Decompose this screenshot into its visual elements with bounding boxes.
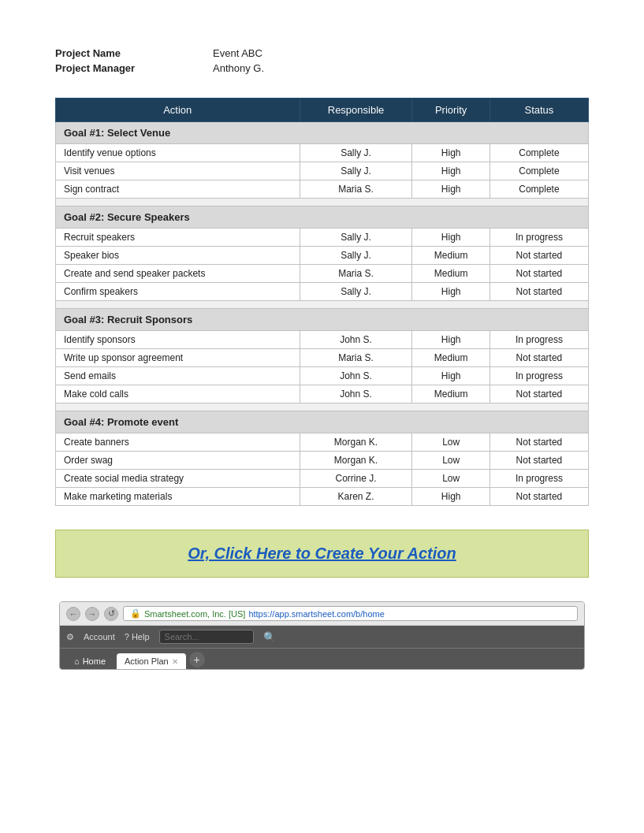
cell-status: Not started	[490, 247, 588, 265]
cell-status: Not started	[490, 452, 588, 470]
cell-responsible: Karen Z.	[300, 488, 412, 506]
project-name-row: Project Name Event ABC	[55, 47, 589, 59]
search-icon[interactable]: 🔍	[263, 631, 276, 643]
tab-home[interactable]: Home	[66, 653, 114, 669]
cell-status: Not started	[490, 283, 588, 301]
cell-responsible: Maria S.	[300, 265, 412, 283]
col-header-action: Action	[56, 99, 300, 122]
tab-new-button[interactable]: +	[189, 652, 205, 668]
forward-button[interactable]: →	[85, 607, 99, 621]
table-row: Make marketing materialsKaren Z.HighNot …	[56, 488, 589, 506]
url-company: Smartsheet.com, Inc. [US]	[144, 609, 245, 619]
cell-status: Not started	[490, 349, 588, 367]
table-row: Create and send speaker packetsMaria S.M…	[56, 265, 589, 283]
cell-priority: Medium	[412, 385, 490, 403]
goal-row-2: Goal #2: Secure Speakers	[56, 206, 589, 229]
cell-status: In progress	[490, 229, 588, 247]
ssl-icon	[130, 608, 141, 619]
browser-toolbar: Account ? Help 🔍	[60, 626, 584, 648]
cell-action: Create and send speaker packets	[56, 265, 300, 283]
table-row: Speaker biosSally J.MediumNot started	[56, 247, 589, 265]
table-row: Order swagMorgan K.LowNot started	[56, 452, 589, 470]
cell-priority: High	[412, 488, 490, 506]
cell-responsible: Sally J.	[300, 247, 412, 265]
tab-home-label: Home	[83, 656, 106, 666]
cell-status: Complete	[490, 180, 588, 199]
cell-status: In progress	[490, 367, 588, 385]
tab-close-icon[interactable]: ✕	[172, 657, 178, 666]
cell-priority: Low	[412, 452, 490, 470]
cell-priority: High	[412, 180, 490, 199]
cell-responsible: John S.	[300, 331, 412, 349]
cell-responsible: Maria S.	[300, 349, 412, 367]
cta-link[interactable]: Or, Click Here to Create Your Action	[188, 545, 456, 562]
search-input[interactable]	[159, 630, 254, 644]
spacer-row	[56, 301, 589, 309]
table-row: Write up sponsor agreementMaria S.Medium…	[56, 349, 589, 367]
refresh-button[interactable]: ↺	[104, 607, 118, 621]
cell-action: Identify sponsors	[56, 331, 300, 349]
cell-action: Create social media strategy	[56, 470, 300, 488]
goal-row-3: Goal #3: Recruit Sponsors	[56, 309, 589, 331]
action-table: Action Responsible Priority Status Goal …	[55, 98, 589, 506]
cell-priority: High	[412, 229, 490, 247]
cell-priority: Medium	[412, 247, 490, 265]
cell-responsible: Sally J.	[300, 229, 412, 247]
url-bar[interactable]: Smartsheet.com, Inc. [US] https://app.sm…	[123, 606, 578, 621]
cell-priority: Medium	[412, 265, 490, 283]
goal-label-4: Goal #4: Promote event	[56, 411, 589, 433]
cell-action: Make marketing materials	[56, 488, 300, 506]
table-row: Identify sponsorsJohn S.HighIn progress	[56, 331, 589, 349]
cell-responsible: Maria S.	[300, 180, 412, 199]
project-manager-row: Project Manager Anthony G.	[55, 62, 589, 74]
goal-label-2: Goal #2: Secure Speakers	[56, 206, 589, 229]
table-row: Identify venue optionsSally J.HighComple…	[56, 144, 589, 162]
project-info: Project Name Event ABC Project Manager A…	[55, 47, 589, 74]
cell-priority: High	[412, 162, 490, 180]
cell-action: Visit venues	[56, 162, 300, 180]
back-button[interactable]: ←	[66, 607, 80, 621]
spacer-row	[56, 199, 589, 206]
table-row: Send emailsJohn S.HighIn progress	[56, 367, 589, 385]
gear-icon	[66, 632, 74, 642]
tab-active-label: Action Plan	[125, 656, 169, 666]
browser-tabs: Home Action Plan ✕ +	[60, 648, 584, 669]
cell-action: Identify venue options	[56, 144, 300, 162]
project-name-label: Project Name	[55, 47, 213, 59]
goal-row-1: Goal #1: Select Venue	[56, 122, 589, 144]
cta-banner[interactable]: Or, Click Here to Create Your Action	[55, 530, 589, 578]
goal-label-3: Goal #3: Recruit Sponsors	[56, 309, 589, 331]
browser-mockup: ← → ↺ Smartsheet.com, Inc. [US] https://…	[59, 601, 585, 670]
cell-responsible: John S.	[300, 367, 412, 385]
help-label[interactable]: ? Help	[125, 632, 150, 641]
cell-responsible: Sally J.	[300, 283, 412, 301]
goal-row-4: Goal #4: Promote event	[56, 411, 589, 433]
table-row: Make cold callsJohn S.MediumNot started	[56, 385, 589, 403]
cell-action: Make cold calls	[56, 385, 300, 403]
cell-status: Not started	[490, 385, 588, 403]
cell-action: Confirm speakers	[56, 283, 300, 301]
cell-responsible: Sally J.	[300, 144, 412, 162]
cell-status: In progress	[490, 331, 588, 349]
cell-status: Not started	[490, 265, 588, 283]
project-manager-value: Anthony G.	[213, 62, 264, 74]
home-icon	[74, 656, 80, 666]
cell-action: Create banners	[56, 433, 300, 452]
url-path: https://app.smartsheet.com/b/home	[248, 609, 384, 619]
table-header-row: Action Responsible Priority Status	[56, 99, 589, 122]
cell-priority: Low	[412, 470, 490, 488]
account-label[interactable]: Account	[84, 632, 115, 641]
table-row: Create social media strategyCorrine J.Lo…	[56, 470, 589, 488]
spacer-row	[56, 403, 589, 411]
project-name-value: Event ABC	[213, 47, 262, 59]
cell-action: Write up sponsor agreement	[56, 349, 300, 367]
cell-status: Complete	[490, 144, 588, 162]
cell-status: Not started	[490, 488, 588, 506]
col-header-responsible: Responsible	[300, 99, 412, 122]
col-header-status: Status	[490, 99, 588, 122]
cell-responsible: Sally J.	[300, 162, 412, 180]
tab-action-plan[interactable]: Action Plan ✕	[117, 653, 186, 669]
table-row: Visit venuesSally J.HighComplete	[56, 162, 589, 180]
table-row: Recruit speakersSally J.HighIn progress	[56, 229, 589, 247]
cell-action: Sign contract	[56, 180, 300, 199]
